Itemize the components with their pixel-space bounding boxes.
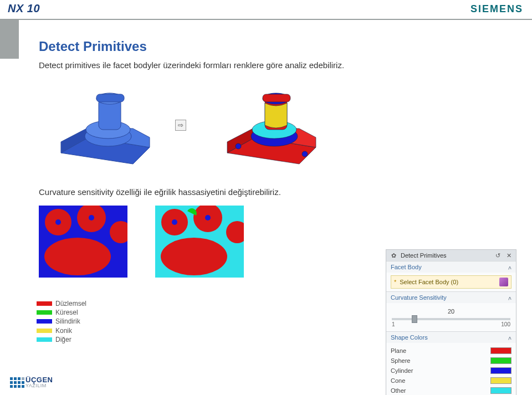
legend-chip	[37, 337, 52, 342]
curvature-slider[interactable]: 20 1 100	[391, 306, 511, 329]
facet-body-section: * Select Facet Body (0)	[386, 273, 516, 291]
shape-label: Other	[391, 387, 490, 394]
svg-point-29	[205, 215, 211, 220]
legend-label: Konik	[55, 326, 72, 335]
footer-logo: ÜÇGEN YAZILIM	[10, 376, 53, 388]
dialog-titlebar: ✿ Detect Primitives ↺ ✕	[386, 250, 516, 261]
shape-colors-section-header[interactable]: Shape Colors ʌ	[386, 331, 516, 343]
svg-rect-15	[263, 94, 290, 102]
svg-point-23	[89, 215, 94, 220]
desc-text-2: Curvature sensitivity özelliği ile eğril…	[39, 187, 521, 197]
header-accent-bar	[0, 20, 19, 59]
header-divider	[0, 19, 532, 20]
color-chip[interactable]	[490, 357, 511, 364]
shape-label: Sphere	[391, 357, 490, 364]
legend-item: Diğer	[37, 335, 86, 344]
curvature-sample-high	[155, 206, 244, 278]
reset-icon[interactable]: ↺	[494, 252, 502, 259]
shape-label: Cone	[391, 377, 490, 384]
shape-color-row: Other	[391, 386, 511, 395]
section-label: Facet Body	[391, 264, 508, 270]
chevron-up-icon: ʌ	[508, 264, 511, 270]
color-chip[interactable]	[490, 347, 511, 354]
legend-chip	[37, 329, 52, 333]
gear-icon: ✿	[390, 252, 397, 259]
figure-row-1: ⇨	[39, 81, 332, 175]
color-chip[interactable]	[490, 387, 511, 394]
color-chip[interactable]	[490, 377, 511, 384]
legend-label: Düzlemsel	[55, 299, 86, 308]
legend-item: Küresel	[37, 308, 86, 317]
svg-point-27	[161, 238, 227, 275]
legend-chip	[37, 319, 52, 324]
slider-thumb[interactable]	[412, 315, 417, 323]
slider-track[interactable]	[392, 318, 510, 320]
required-star-icon: *	[394, 279, 396, 285]
page-title: Detect Primitives	[39, 39, 521, 54]
shape-label: Cylinder	[391, 367, 490, 374]
slider-min: 1	[392, 321, 395, 327]
shape-color-row: Cylinder	[391, 366, 511, 376]
footer-brand-text: ÜÇGEN YAZILIM	[25, 376, 53, 388]
shape-color-row: Plane	[391, 346, 511, 356]
logo-dots-icon	[10, 377, 24, 388]
slider-max: 100	[501, 321, 510, 327]
brand-name: SIEMENS	[470, 3, 523, 15]
svg-point-16	[236, 143, 241, 149]
facet-body-section-header[interactable]: Facet Body ʌ	[386, 261, 516, 273]
legend-chip	[37, 301, 52, 306]
facet-body-picker-icon[interactable]	[499, 278, 508, 286]
legend-label: Diğer	[55, 335, 71, 344]
select-facet-body-row[interactable]: * Select Facet Body (0)	[391, 275, 511, 289]
legend-item: Düzlemsel	[37, 299, 86, 308]
footer-brand2: YAZILIM	[25, 383, 53, 388]
curvature-section-header[interactable]: Curvature Sensitivity ʌ	[386, 291, 516, 303]
legend-item: Silindirik	[37, 317, 86, 326]
intro-text: Detect primitives ile facet bodyler üzer…	[39, 60, 416, 71]
section-label: Shape Colors	[391, 334, 508, 341]
svg-point-22	[55, 219, 61, 225]
color-chip[interactable]	[490, 367, 511, 374]
model-after	[222, 86, 321, 170]
legend-chip	[37, 310, 52, 315]
shape-color-row: Cone	[391, 376, 511, 386]
dialog-title: Detect Primitives	[401, 252, 490, 259]
svg-point-28	[172, 219, 177, 225]
slider-range: 1 100	[392, 321, 510, 327]
legend-item: Konik	[37, 326, 86, 335]
model-before	[55, 86, 155, 170]
select-facet-body-label: Select Facet Body (0)	[400, 279, 496, 285]
arrow-icon: ⇨	[175, 120, 186, 131]
svg-rect-7	[96, 94, 124, 102]
shape-label: Plane	[391, 347, 490, 354]
chevron-up-icon: ʌ	[508, 335, 511, 341]
curvature-sample-low	[39, 206, 127, 278]
slide-header: NX 10 SIEMENS	[0, 0, 532, 21]
curvature-section: 20 1 100	[386, 303, 516, 331]
chevron-up-icon: ʌ	[508, 295, 511, 301]
product-name: NX 10	[8, 2, 40, 15]
detect-primitives-dialog: ✿ Detect Primitives ↺ ✕ Facet Body ʌ * S…	[386, 249, 516, 395]
slider-value: 20	[392, 308, 510, 315]
shape-color-row: Sphere	[391, 356, 511, 366]
color-legend: Düzlemsel Küresel Silindirik Konik Diğer	[37, 299, 86, 344]
section-label: Curvature Sensitivity	[391, 294, 508, 301]
legend-label: Küresel	[55, 308, 78, 317]
svg-point-17	[302, 151, 308, 157]
svg-point-21	[44, 238, 111, 275]
legend-label: Silindirik	[55, 317, 80, 326]
shape-colors-section: Plane Sphere Cylinder Cone Other	[386, 343, 516, 395]
close-icon[interactable]: ✕	[505, 252, 513, 259]
